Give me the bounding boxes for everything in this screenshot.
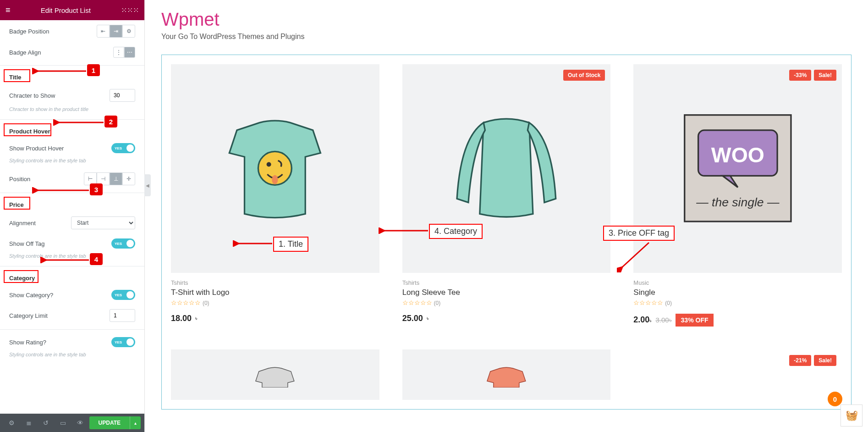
svg-text:— the single —: — the single — [696,195,780,209]
show-rating-label: Show Rating? [9,339,46,346]
badge-align-horizontal[interactable]: ⋯ [124,47,135,58]
responsive-icon[interactable]: ▭ [55,415,71,430]
product-card: Tshirts T-Shirt with Logo ☆☆☆☆☆ (0) 18.0… [171,64,379,327]
editor-sidebar: ≡ Edit Product List ⁙⁙⁙ Badge Position ⇤… [0,0,145,432]
show-off-tag-label: Show Off Tag [9,240,45,247]
show-product-hover-label: Show Product Hover [9,145,64,152]
product-card: -33% Sale! WOO — the single — Music [633,64,842,327]
show-off-tag-control: Show Off Tag YES [0,234,144,253]
show-rating-control: Show Rating? YES [0,332,144,352]
rating-help-text: Styling controls are in the style tab [0,352,144,362]
product-image[interactable] [402,349,611,400]
products-grid: Tshirts T-Shirt with Logo ☆☆☆☆☆ (0) 18.0… [171,64,842,400]
product-card: -21% Sale! [633,349,842,400]
badge-pos-left[interactable]: ⇤ [97,25,110,38]
badge-position-group: ⇤ ⇥ ⚙ [97,25,135,38]
annotation-category-label: 4. Category [429,224,483,239]
page-title: Wpmet [161,9,852,30]
position-control: Position ⊢ ⊣ ⊥ ✛ [0,168,144,190]
products-frame: Tshirts T-Shirt with Logo ☆☆☆☆☆ (0) 18.0… [161,55,852,410]
update-button[interactable]: UPDATE [89,416,130,429]
product-category[interactable]: Tshirts [171,279,379,286]
badge-align-label: Badge Align [9,49,41,56]
category-section-header: Category [0,269,144,285]
sidebar-header: ≡ Edit Product List ⁙⁙⁙ [0,0,144,20]
annotation-number-2: 2 [104,116,117,127]
offtag-help-text: Styling controls are in the style tab [0,253,144,263]
discount-badge: -33% [789,70,811,81]
price-section-header: Price [0,196,144,212]
svg-point-5 [267,162,271,167]
page-subtitle: Your Go To WordPress Themes and Plugins [161,33,852,41]
alignment-select[interactable]: Start [71,216,135,229]
product-category[interactable]: Music [633,279,842,286]
badge-align-vertical[interactable]: ⋮ [113,47,124,58]
sidebar-body: Badge Position ⇤ ⇥ ⚙ Badge Align ⋮ ⋯ Tit [0,20,144,414]
show-off-tag-toggle[interactable]: YES [111,238,135,249]
product-category[interactable]: Tshirts [402,279,611,286]
show-category-toggle[interactable]: YES [111,290,135,300]
badge-align-group: ⋮ ⋯ [113,47,135,58]
chracter-to-show-input[interactable] [110,89,135,102]
navigator-icon[interactable]: ≣ [21,415,37,430]
product-card [171,349,379,400]
menu-icon[interactable]: ≡ [5,6,11,15]
product-title[interactable]: Long Sleeve Tee [402,288,611,297]
annotation-number-3: 3 [90,183,103,195]
product-image[interactable]: -21% Sale! [633,349,842,400]
sidebar-footer: ⚙ ≣ ↺ ▭ 👁 UPDATE ▴ [0,414,144,432]
update-caret-button[interactable]: ▴ [130,416,141,429]
preview-area: Wpmet Your Go To WordPress Themes and Pl… [145,0,868,432]
chracter-to-show-control: Chracter to Show [0,84,144,106]
product-title[interactable]: Single [633,288,842,297]
cart-count-badge[interactable]: 0 [828,392,842,406]
history-icon[interactable]: ↺ [38,415,54,430]
preview-icon[interactable]: 👁 [72,415,88,430]
title-section-header: Title [0,68,144,84]
product-image[interactable] [171,349,379,400]
product-card [402,349,611,400]
position-label: Position [9,176,30,183]
show-product-hover-control: Show Product Hover YES [0,138,144,158]
product-image[interactable]: -33% Sale! WOO — the single — [633,64,842,273]
pos-bottom[interactable]: ⊥ [110,172,122,185]
hover-help-text: Styling controls are in the style tab [0,158,144,168]
sale-badge: Sale! [814,355,836,366]
category-limit-label: Category Limit [9,312,48,319]
product-rating: ☆☆☆☆☆ (0) [171,299,379,306]
pos-center[interactable]: ✛ [122,172,135,185]
svg-text:WOO: WOO [711,143,764,167]
product-rating: ☆☆☆☆☆ (0) [633,299,842,306]
annotation-priceoff-label: 3. Price OFF tag [603,226,675,241]
product-rating: ☆☆☆☆☆ (0) [402,299,611,306]
settings-icon[interactable]: ⚙ [4,415,20,430]
annotation-number-1: 1 [87,64,100,76]
show-rating-toggle[interactable]: YES [111,337,135,347]
product-image[interactable]: Out of Stock [402,64,611,273]
badge-pos-settings[interactable]: ⚙ [122,25,135,38]
category-limit-input[interactable] [110,309,135,322]
product-price: 18.00৳ [171,314,379,323]
cart-icon[interactable]: 🧺 [841,404,863,426]
product-price: 2.00৳ 3.00৳ 33% OFF [633,314,842,327]
product-hover-section-header: Product Hover [0,122,144,138]
sidebar-title: Edit Product List [41,6,91,14]
chracter-to-show-label: Chracter to Show [9,92,55,99]
badge-align-control: Badge Align ⋮ ⋯ [0,42,144,62]
show-product-hover-toggle[interactable]: YES [111,143,135,153]
badge-position-control: Badge Position ⇤ ⇥ ⚙ [0,20,144,42]
svg-point-6 [272,175,278,184]
show-category-control: Show Category? YES [0,285,144,305]
discount-badge: -21% [789,355,811,366]
badge-position-label: Badge Position [9,28,49,35]
old-price: 3.00৳ [655,316,671,324]
show-category-label: Show Category? [9,292,53,299]
product-card: Out of Stock Tshirts Long Sleeve Tee ☆☆☆… [402,64,611,327]
category-limit-control: Category Limit [0,305,144,327]
badge-pos-right[interactable]: ⇥ [110,25,122,38]
alignment-label: Alignment [9,220,36,227]
price-off-tag: 33% OFF [676,314,714,327]
product-title[interactable]: T-Shirt with Logo [171,288,379,297]
apps-grid-icon[interactable]: ⁙⁙⁙ [121,6,139,15]
alignment-control: Alignment Start [0,212,144,234]
